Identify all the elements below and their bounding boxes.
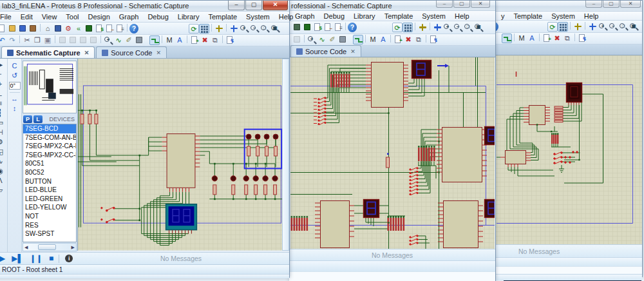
origin-icon[interactable] [417,23,428,32]
close-button[interactable]: ✕ [471,1,490,8]
info-icon[interactable]: i [65,255,73,262]
selection-mode-icon[interactable]: ▶ [0,60,5,70]
zoom-out-icon[interactable]: − [453,23,463,32]
zoom-tool-icon[interactable]: + [103,35,113,45]
compile-icon[interactable]: ↯ [225,35,235,45]
menu-item[interactable]: System [417,12,450,21]
simulation-log-icon[interactable]: ≡ [333,23,343,32]
toggle-grid-icon[interactable] [402,23,413,32]
refresh-sheet-icon[interactable]: ⟳ [392,23,402,32]
device-list-item[interactable]: 80C52 [23,168,76,177]
project-component-icon[interactable] [292,23,302,32]
wire-autorouter-icon[interactable] [502,34,512,43]
zoom-all-icon[interactable]: ▣ [270,24,280,34]
minimize-button[interactable]: – [585,1,602,8]
device-list-item[interactable]: LED-BLUE [23,186,76,195]
remove-sheet-icon[interactable]: ✖ [552,34,562,43]
zoom-all-icon[interactable]: ▣ [473,23,484,32]
origin-icon[interactable] [214,24,224,34]
new-sheet-icon[interactable]: + [393,35,403,44]
toggle-grid-icon[interactable] [199,24,209,34]
close-tab-icon[interactable]: ✕ [155,50,161,56]
bus-mode-icon[interactable]: ┇ [0,108,5,118]
property-assignment-icon[interactable]: A [175,35,185,45]
virtual-instrument-mode-icon[interactable]: ▱ [0,186,5,195]
block-delete-icon[interactable] [88,35,99,45]
terminal-mode-icon[interactable]: ⊣ [0,128,5,137]
schematic-canvas-middle[interactable] [290,57,495,249]
3d-visualizer-icon[interactable]: « [73,24,84,34]
menu-item[interactable]: Debug [319,12,349,21]
pan-icon[interactable] [587,22,598,32]
zoom-in-icon[interactable]: + [239,24,249,34]
wire-autorouter-icon[interactable] [353,35,363,44]
zoom-region-icon[interactable]: □ [463,23,473,32]
compile-icon[interactable]: ↯ [577,34,587,43]
refresh-sheet-icon[interactable]: ⟳ [189,24,199,34]
menu-item[interactable]: Help [580,12,603,21]
refresh-sheet-icon[interactable]: ⟳ [547,22,558,32]
menu-item[interactable]: File [0,12,16,21]
property-assignment-icon[interactable]: A [378,35,388,44]
new-sheet-icon[interactable]: + [542,34,552,43]
wire-autorouter-icon[interactable] [149,35,160,45]
stop-button[interactable]: ■ [49,254,53,263]
pause-button[interactable]: ❙❙ [30,254,43,263]
import-project-icon[interactable] [28,24,38,34]
subcircuit-mode-icon[interactable]: ▭ [0,118,5,128]
compile-icon[interactable]: ↯ [428,35,439,44]
voltage-probe-mode-icon[interactable]: ◉ [0,166,5,176]
zoom-region-icon[interactable]: □ [618,22,629,32]
maximize-button[interactable]: ▢ [603,1,620,8]
junction-dot-mode-icon[interactable]: + [0,79,5,89]
close-button[interactable]: ✕ [263,1,288,10]
generator-mode-icon[interactable]: ∿ [0,157,5,166]
menu-item[interactable]: y [497,12,509,21]
menu-item[interactable]: Template [204,12,242,21]
tab-source-code[interactable]: Source Code ✕ [96,46,167,58]
remove-sheet-icon[interactable]: ✖ [200,35,210,45]
menu-item[interactable]: Design [84,12,115,21]
property-assignment-icon[interactable]: A [527,34,537,43]
mirror-vertical-icon[interactable]: ↕ [10,104,20,113]
play-button[interactable]: ▶ [0,254,5,263]
menu-item[interactable]: Graph [115,12,144,21]
toggle-grid-icon[interactable] [558,22,568,32]
search-binoculars-icon[interactable]: M [516,34,527,43]
save-design-icon[interactable] [17,24,28,34]
pick-devices-button[interactable]: P [23,115,32,123]
electrical-rule-check-icon[interactable]: – [104,24,115,34]
titlebar-middle[interactable]: rofessional - Schematic Capture – ▢ ✕ [289,1,495,11]
pan-icon[interactable] [432,23,442,32]
cut-icon[interactable]: ✂ [22,35,32,45]
pcb-layout-icon[interactable]: ⚙ [63,24,73,34]
close-tab-icon[interactable]: ✕ [83,50,90,56]
menu-item[interactable]: View [37,12,62,21]
block-rotate-icon[interactable] [78,35,88,45]
menu-item[interactable]: Template [509,12,547,21]
device-list-item[interactable]: NOT [23,212,76,221]
wire-join-icon[interactable]: ∿ [317,35,327,44]
cleanup-tool-icon[interactable] [337,35,348,44]
device-list-item[interactable]: LED-YELLOW [23,203,76,212]
design-explorer-icon[interactable] [84,24,94,34]
menu-item[interactable]: Template [380,12,418,21]
home-page-icon[interactable]: ⌂ [43,24,53,34]
goto-sheet-icon[interactable]: ⧉ [562,34,573,43]
paste-icon[interactable]: ▣ [43,35,53,45]
wire-label-mode-icon[interactable]: L [0,89,5,99]
wire-join-icon[interactable]: ∿ [113,35,124,45]
scroll-left-icon[interactable]: ◀ [23,245,29,250]
undo-icon[interactable]: ↶ [0,35,7,45]
help-icon[interactable]: ? [348,23,357,32]
origin-icon[interactable] [573,22,583,32]
titlebar-right[interactable]: – ▢ ✕ [494,1,642,12]
block-copy-icon[interactable] [57,35,68,45]
design-explorer-icon[interactable] [302,23,312,32]
menu-item[interactable]: Help [450,12,474,21]
menu-item[interactable]: System [547,12,580,21]
graph-mode-icon[interactable]: ◲ [0,147,5,157]
text-script-mode-icon[interactable]: ≡ [0,99,5,108]
mirror-horizontal-icon[interactable]: ↔ [10,94,20,104]
zoom-all-icon[interactable]: ▣ [629,22,639,32]
